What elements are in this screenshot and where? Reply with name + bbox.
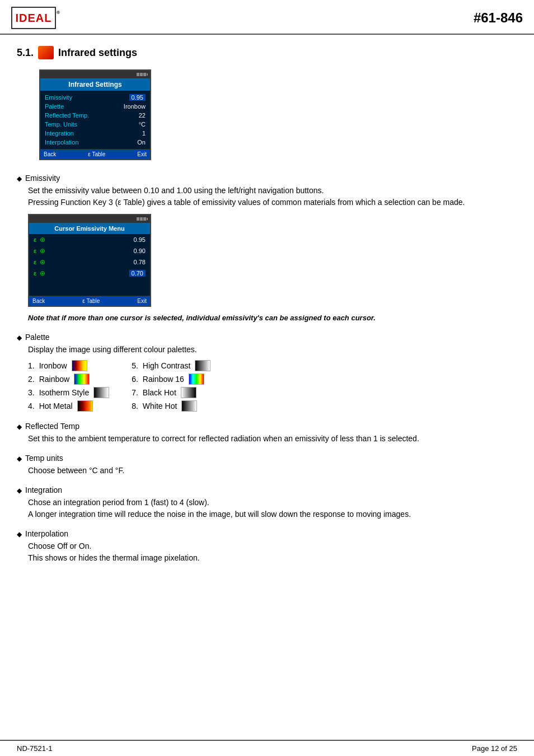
arrow-4: ⊕ [40,269,45,277]
palette-desc: Display the image using different colour… [28,344,517,356]
interpolation-section: ◆ Interpolation Choose Off or On. This s… [17,529,517,564]
cursor-row-3: ε ⊕ 0.78 [29,256,150,268]
epsilon-1: ε [34,236,36,243]
cursor-footer-right: Exit [137,298,147,304]
palette-num-5: 5. [132,361,138,370]
reflected-label: Reflected Temp. [45,112,89,119]
palette-title-text: Palette [25,333,50,342]
cursor-row-4: ε ⊕ 0.70 [29,268,150,279]
palette-label-8: White Hot [143,402,177,410]
palette-list-left: 1. Ironbow 2. Rainbow 3. Isotherm Style … [28,359,109,413]
rainbow16-thumb [189,374,204,385]
isotherm-thumb [93,387,109,398]
palette-item-4: 4. Hot Metal [28,399,109,413]
diamond-icon-integration: ◆ [17,487,22,494]
diamond-icon-interpolation: ◆ [17,530,22,538]
temp-units-title-text: Temp units [25,454,63,463]
palette-num-6: 6. [132,375,138,384]
screen-row-reflected: Reflected Temp. 22 [45,111,146,120]
epsilon-2: ε [34,248,36,254]
emissivity-desc2: Pressing Function Key 3 (ε Table) gives … [28,197,517,208]
highcontrast-thumb [195,360,210,371]
bat-seg-1 [137,73,139,76]
reflected-value: 22 [139,112,146,119]
palette-num-7: 7. [132,388,138,397]
palette-value: Ironbow [124,103,146,110]
section-title-text: Infrared settings [58,47,137,59]
screen-row-palette: Palette Ironbow [45,102,146,111]
cursor-footer-back: Back [32,298,45,304]
interpolation-value: On [137,139,146,146]
cursor-topbar [29,215,150,223]
cbat3 [143,217,146,221]
temp-units-section: ◆ Temp units Choose between °C and °F. [17,454,517,477]
interpolation-bullet-title: ◆ Interpolation [17,529,517,538]
palette-item-2: 2. Rainbow [28,372,109,386]
screen-title: Infrared Settings [40,78,150,91]
palette-label-3: Isotherm Style [39,388,89,397]
emissivity-value: 0.95 [129,94,146,101]
screen-row-emissivity: Emissivity 0.95 [45,93,146,102]
cursor-val-1: 0.95 [134,236,146,243]
screen-row-integration: Integration 1 [45,129,146,138]
arrow-3: ⊕ [40,258,45,266]
palette-item-8: 8. White Hot [132,399,210,413]
interpolation-title-text: Interpolation [25,529,68,538]
screen-row-temp-units: Temp. Units °C [45,120,146,129]
blackhot-thumb [181,387,196,398]
cbat2 [140,217,143,221]
reflected-desc: Set this to the ambient temperature to c… [28,433,517,445]
integration-section: ◆ Integration Chose an integration perio… [17,486,517,520]
reflected-title-text: Reflected Temp [25,422,79,431]
palette-item-5: 5. High Contrast [132,359,210,372]
emissivity-bullet-title: ◆ Emissivity [17,174,517,183]
page-footer: ND-7521-1 Page 12 of 25 [0,740,534,756]
company-logo: IDEAL [11,7,56,29]
integration-desc2: A longer integration time will reduce th… [28,508,517,520]
cursor-emissivity-screen: Cursor Emissivity Menu ε ⊕ 0.95 ε ⊕ 0.90… [28,214,151,307]
interpolation-desc1: Choose Off or On. [28,540,517,552]
palette-num-4: 4. [28,402,35,410]
palette-label-4: Hot Metal [39,402,73,410]
integration-value: 1 [142,130,146,137]
reflected-bullet-title: ◆ Reflected Temp [17,422,517,431]
hotmetal-thumb [77,400,93,412]
bat-tip [147,73,148,76]
reflected-temp-section: ◆ Reflected Temp Set this to the ambient… [17,422,517,445]
infrared-settings-screen: Infrared Settings Emissivity 0.95 Palett… [39,69,151,160]
cursor-val-3: 0.78 [134,259,146,265]
bat-seg-3 [143,73,146,76]
integration-desc1: Chose an integration period from 1 (fast… [28,497,517,508]
page-header: IDEAL #61-846 [0,0,534,35]
palette-bullet-title: ◆ Palette [17,333,517,342]
palette-table: 1. Ironbow 2. Rainbow 3. Isotherm Style … [28,359,517,413]
integration-title-text: Integration [25,486,62,494]
integration-bullet-title: ◆ Integration [17,486,517,494]
temp-units-desc: Choose between °C and °F. [28,465,517,477]
diamond-icon-palette: ◆ [17,334,22,342]
cbat1 [137,217,139,221]
cursor-row-1: ε ⊕ 0.95 [29,234,150,245]
emissivity-title-text: Emissivity [25,174,60,183]
emissivity-note: Note that if more than one cursor is sel… [28,312,517,324]
temp-units-label: Temp. Units [45,121,77,128]
palette-label-5: High Contrast [143,361,191,370]
rainbow-thumb [74,374,90,385]
cursor-spacer [29,279,150,296]
bat-seg-2 [140,73,143,76]
palette-num-2: 2. [28,375,35,384]
palette-section: ◆ Palette Display the image using differ… [17,333,517,413]
whitehot-thumb [181,400,197,412]
palette-label-1: Ironbow [39,361,67,370]
interpolation-label: Interpolation [45,139,79,146]
emissivity-label: Emissivity [45,94,72,101]
palette-num-3: 3. [28,388,35,397]
document-number: #61-846 [474,10,523,26]
infrared-icon [38,46,54,59]
arrow-2: ⊕ [40,247,45,255]
palette-list-right: 5. High Contrast 6. Rainbow 16 7. Black … [132,359,210,413]
cursor-battery [137,217,148,221]
footer-right: Exit [137,151,147,157]
diamond-icon-temp: ◆ [17,455,22,463]
palette-label-2: Rainbow [39,375,69,384]
